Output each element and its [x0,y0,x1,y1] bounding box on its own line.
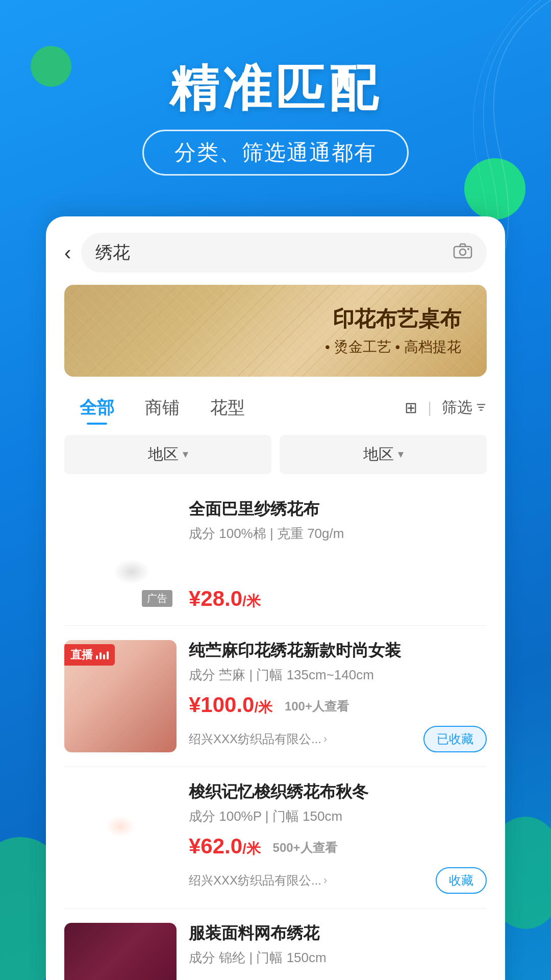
tab-pattern[interactable]: 花型 [195,391,260,425]
product-footer-3: 绍兴XXX纺织品有限公... › 收藏 [189,867,487,894]
region-filter-right[interactable]: 地区 ▾ [280,435,487,474]
product-info-1: 全面巴里纱绣花布 成分 100%棉 | 克重 70g/m ¥28.0/米 [189,499,487,611]
product-views-2: 100+人查看 [285,699,349,713]
region-label-right: 地区 [363,444,394,465]
hero-title: 精准匹配 [0,61,551,115]
main-card: ‹ 绣花 印花布艺桌布 • 烫金工艺 • 高档提花 全部 商铺 [46,216,505,980]
product-price-1: ¥28.0/米 [189,586,487,611]
bar-1 [96,655,98,659]
product-meta-4: 成分 锦纶 | 门幅 150cm [189,949,487,967]
region-label-left: 地区 [148,444,179,465]
bar-4 [107,651,109,659]
price-value-1: ¥28.0 [189,586,242,610]
banner-text: 印花布艺桌布 • 烫金工艺 • 高档提花 [325,305,461,357]
product-views-3: 500+人查看 [273,841,337,854]
bar-3 [103,654,105,659]
hero-section: 精准匹配 分类、筛选通通都有 [0,0,551,176]
product-image-4[interactable]: 🔒 [64,923,177,980]
region-filter-bar: 地区 ▾ 地区 ▾ [64,435,487,474]
product-info-4: 服装面料网布绣花 成分 锦纶 | 门幅 150cm ¥15.0/米 [189,923,487,980]
product-list: 广告 全面巴里纱绣花布 成分 100%棉 | 克重 70g/m ¥28.0/米 … [46,484,505,980]
product-item-1: 广告 全面巴里纱绣花布 成分 100%棉 | 克重 70g/m ¥28.0/米 [64,484,487,626]
shop-arrow-3: › [323,874,327,887]
price-value-3: ¥62.0 [189,834,242,858]
search-bar: ‹ 绣花 [46,216,505,285]
shop-name-3[interactable]: 绍兴XXX纺织品有限公... › [189,872,327,889]
collect-button-3[interactable]: 收藏 [436,867,487,894]
tab-all[interactable]: 全部 [64,391,130,425]
filter-label: 筛选 [442,397,472,418]
live-badge-2: 直播 [64,644,115,666]
product-image-2[interactable]: 直播 [64,640,177,752]
price-unit-1: /米 [242,593,261,609]
product-footer-2: 绍兴XXX纺织品有限公... › 已收藏 [189,726,487,752]
ad-badge-1: 广告 [142,590,172,607]
price-unit-2: /米 [254,699,272,715]
bar-2 [99,652,102,659]
product-item-3: 梭织记忆梭织绣花布秋冬 成分 100%P | 门幅 150cm ¥62.0/米 … [64,767,487,909]
live-text: 直播 [70,647,93,663]
product-info-2: 纯苎麻印花绣花新款时尚女装 成分 苎麻 | 门幅 135cm~140cm ¥10… [189,640,487,752]
product-meta-1: 成分 100%棉 | 克重 70g/m [189,525,487,543]
product-meta-2: 成分 苎麻 | 门幅 135cm~140cm [189,666,487,684]
shop-arrow-2: › [323,732,327,746]
product-name-2: 纯苎麻印花绣花新款时尚女装 [189,640,487,662]
tab-divider: | [428,399,432,416]
grid-view-icon[interactable]: ⊞ [405,399,417,416]
product-name-4: 服装面料网布绣花 [189,923,487,944]
collect-button-2[interactable]: 已收藏 [423,726,487,752]
price-value-2: ¥100.0 [189,693,254,717]
tab-bar: 全部 商铺 花型 ⊞ | 筛选 [46,391,505,435]
product-meta-3: 成分 100%P | 门幅 150cm [189,807,487,825]
banner-title: 印花布艺桌布 [325,305,461,333]
hero-subtitle: 分类、筛选通通都有 [142,130,409,176]
product-price-2: ¥100.0/米 100+人查看 [189,693,487,717]
search-query: 绣花 [95,241,445,264]
product-name-1: 全面巴里纱绣花布 [189,499,487,520]
svg-point-1 [460,249,466,255]
dropdown-arrow-left: ▾ [183,448,188,461]
product-image-3[interactable] [64,781,177,894]
tabs-right-controls: ⊞ | 筛选 [405,397,487,418]
filter-icon [475,399,487,416]
product-image-1[interactable]: 广告 [64,499,177,611]
product-info-3: 梭织记忆梭织绣花布秋冬 成分 100%P | 门幅 150cm ¥62.0/米 … [189,781,487,894]
svg-point-2 [467,248,469,250]
live-bars-icon [96,650,109,659]
price-unit-3: /米 [242,841,261,856]
product-name-3: 梭织记忆梭织绣花布秋冬 [189,781,487,803]
region-filter-left[interactable]: 地区 ▾ [64,435,271,474]
dropdown-arrow-right: ▾ [398,448,404,461]
camera-icon[interactable] [453,241,472,263]
product-price-3: ¥62.0/米 500+人查看 [189,834,487,859]
banner-subtitle: • 烫金工艺 • 高档提花 [325,337,461,357]
product-item-2: 直播 纯苎麻印花绣花新款时尚女装 成分 苎麻 | 门幅 135cm~140cm [64,626,487,767]
filter-button[interactable]: 筛选 [442,397,487,418]
promo-banner[interactable]: 印花布艺桌布 • 烫金工艺 • 高档提花 [64,285,487,377]
tab-shop[interactable]: 商铺 [130,391,195,425]
back-button[interactable]: ‹ [64,242,71,263]
search-input-wrap[interactable]: 绣花 [81,233,487,273]
shop-name-2[interactable]: 绍兴XXX纺织品有限公... › [189,731,327,747]
product-item-4: 🔒 服装面料网布绣花 成分 锦纶 | 门幅 150cm ¥15.0/米 [64,909,487,980]
